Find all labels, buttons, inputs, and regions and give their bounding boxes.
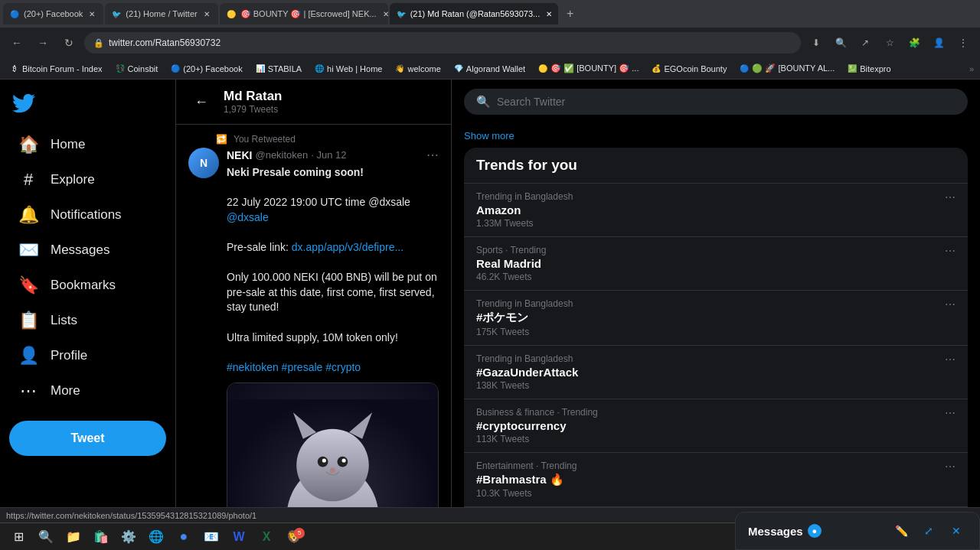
trend-item-brahmastra[interactable]: Entertainment · Trending #Brahmastra 🔥 1… [464,452,968,506]
sidebar-item-home[interactable]: 🏠 Home [6,127,169,162]
feed-area: ← Md Ratan 1,979 Tweets 🔁 You Retweeted … [176,80,452,507]
notifications-icon: 🔔 [18,205,38,225]
tab-bounty[interactable]: 🟡 🎯 BOUNTY 🎯 | [Escrowed] NEK... ✕ [220,3,388,24]
messages-popup[interactable]: Messages ● ✏️ ⤢ ✕ [735,512,980,550]
trend-more-icon-5[interactable]: ⋯ [945,407,956,419]
taskbar-word[interactable]: W [227,526,251,548]
tweet-text: Neki Presale coming soon! 22 July 2022 1… [227,165,439,375]
messages-badge: ● [808,524,822,538]
trend-more-icon[interactable]: ⋯ [945,191,956,203]
bookmark-hiweb[interactable]: 🌐 hi Web | Home [311,62,385,76]
extension-button[interactable]: 🧩 [903,32,925,54]
trend-item-amazon[interactable]: Trending in Bangladesh Amazon 1.33M Twee… [464,183,968,236]
sidebar-item-bookmarks[interactable]: 🔖 Bookmarks [6,268,169,303]
bookmark-bitexpro[interactable]: 💹 Bitexpro [844,62,893,76]
trends-title: Trends for you [464,148,968,183]
tweet-more-button[interactable]: ⋯ [426,148,439,162]
back-button[interactable]: ← [6,32,28,54]
sidebar-item-notifications[interactable]: 🔔 Notifications [6,197,169,233]
tab-twitter-profile[interactable]: 🐦 (21) Md Ratan (@Ratan5693073... ✕ [390,3,558,24]
tweet-card[interactable]: 🔁 You Retweeted N NEKI @nekitoken · Jun … [176,125,451,507]
lists-icon: 📋 [18,311,38,330]
trend-item-gaza[interactable]: Trending in Bangladesh #GazaUnderAttack … [464,345,968,399]
trend-item-crypto[interactable]: Business & finance · Trending #cryptocur… [464,399,968,452]
tweet-button[interactable]: Tweet [9,421,166,456]
taskbar-file-explorer[interactable]: 📁 [61,526,86,548]
bookmark-stabila[interactable]: 📊 STABILA [252,62,305,76]
show-more-button[interactable]: Show more [464,124,968,148]
tweet-author-avatar[interactable]: N [188,148,219,178]
sidebar-item-profile[interactable]: 👤 Profile [6,338,169,373]
messages-expand-button[interactable]: ⤢ [918,520,939,542]
tab-facebook[interactable]: 🔵 (20+) Facebook ✕ [3,3,103,24]
trend-item-realmadrid[interactable]: Sports · Trending Real Madrid 46.2K Twee… [464,236,968,290]
tab-close-bounty[interactable]: ✕ [381,8,388,19]
bookmark-bitcoin[interactable]: ₿ Bitcoin Forum - Index [6,62,106,76]
forward-button[interactable]: → [32,32,54,54]
neki-presale-image: N NEKI PRESALE 22.07.2022 [227,383,438,507]
retweet-icon: 🔁 [216,134,227,145]
taskbar-ms-store[interactable]: 🛍️ [89,526,113,548]
url-bar[interactable]: 🔒 twitter.com/Ratan56930732 [84,32,801,54]
bookmark-bounty[interactable]: 🟡 🎯 ✅ [BOUNTY] 🎯 ... [534,62,642,76]
back-button[interactable]: ← [188,89,214,115]
address-actions: ⬇ 🔍 ↗ ☆ 🧩 👤 ⋮ [805,32,974,54]
presale-link[interactable]: dx.app/app/v3/defipre... [292,241,403,253]
search-icon: 🔍 [476,95,491,109]
sidebar-item-explore[interactable]: # Explore [6,162,169,197]
messages-compose-button[interactable]: ✏️ [890,520,912,542]
trend-more-icon-6[interactable]: ⋯ [945,461,956,473]
profile-button[interactable]: 👤 [928,32,949,54]
tab-twitter-home[interactable]: 🐦 (21) Home / Twitter ✕ [105,3,217,24]
tab-close-twitter-home[interactable]: ✕ [201,8,212,19]
taskbar-settings[interactable]: ⚙️ [116,526,141,548]
svg-point-2 [296,429,369,502]
reload-button[interactable]: ↻ [58,32,80,54]
messages-icon: ✉️ [18,240,38,260]
taskbar-edge[interactable]: 🌐 [144,526,168,548]
taskbar-excel[interactable]: X [254,526,279,548]
bookmark-welcome[interactable]: 👋 welcome [391,62,443,76]
start-button[interactable]: ⊞ [6,526,31,548]
trend-item-pokemon[interactable]: Trending in Bangladesh #ポケモン 175K Tweets… [464,290,968,345]
right-sidebar: 🔍 Show more Trends for you Trending in B… [452,80,980,507]
trend-more-icon-2[interactable]: ⋯ [945,245,956,257]
bookmark-star-button[interactable]: ☆ [879,32,900,54]
new-tab-button[interactable]: + [560,3,581,24]
tweet-content-row: N NEKI @nekitoken · Jun 12 ⋯ Neki Presal… [188,148,439,507]
tab-favicon-bounty: 🟡 [226,8,237,19]
bookmark-facebook[interactable]: 🔵 (20+) Facebook [167,62,245,76]
taskbar-outlook[interactable]: 📧 [199,526,224,548]
taskbar-search[interactable]: 🔍 [34,526,58,548]
sidebar-item-lists[interactable]: 📋 Lists [6,303,169,338]
taskbar-chrome[interactable]: ● [172,526,196,548]
bookmark-algorand[interactable]: 💎 Algorand Wallet [450,62,528,76]
search-web-button[interactable]: 🔍 [830,32,851,54]
tab-favicon-facebook: 🔵 [9,8,20,19]
sidebar-item-messages[interactable]: ✉️ Messages [6,233,169,268]
sidebar-item-more[interactable]: ⋯ More [6,373,169,408]
trend-more-icon-3[interactable]: ⋯ [945,298,956,311]
messages-close-button[interactable]: ✕ [946,520,967,542]
extensions-more-button[interactable]: ⋮ [952,32,974,54]
bookmark-coinsbit[interactable]: 💱 Coinsbit [112,62,162,76]
tweet-image[interactable]: N NEKI PRESALE 22.07.2022 [227,382,439,507]
taskbar-brave[interactable]: 🦁 5 [282,526,306,548]
main-content: 🏠 Home # Explore 🔔 Notifications ✉️ Mess… [0,80,980,507]
url-text: twitter.com/Ratan56930732 [109,37,220,48]
sidebar: 🏠 Home # Explore 🔔 Notifications ✉️ Mess… [0,80,176,507]
search-input[interactable] [497,96,956,108]
share-button[interactable]: ↗ [854,32,876,54]
search-box[interactable]: 🔍 [464,89,968,115]
explore-icon: # [18,170,38,190]
download-button[interactable]: ⬇ [805,32,827,54]
tab-close-twitter-profile[interactable]: ✕ [544,8,554,19]
bookmark-bounty2[interactable]: 🔵 🟢 🚀 [BOUNTY AL... [736,62,838,76]
profile-header: ← Md Ratan 1,979 Tweets [176,80,451,125]
twitter-logo[interactable] [0,86,175,124]
tab-close-facebook[interactable]: ✕ [87,8,97,19]
messages-popup-header[interactable]: Messages ● ✏️ ⤢ ✕ [736,513,979,550]
tab-favicon-twitter-home: 🐦 [111,8,122,19]
bookmark-egocoin[interactable]: 💰 EGOcoin Bounty [648,62,730,76]
trend-more-icon-4[interactable]: ⋯ [945,353,956,366]
